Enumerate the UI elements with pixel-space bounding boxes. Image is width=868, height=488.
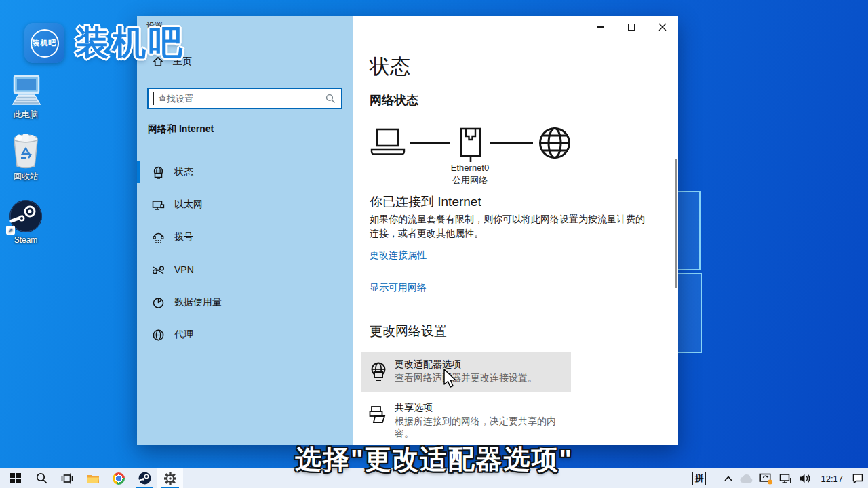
settings-item-desc: 根据所连接到的网络，决定要共享的内容。 (395, 415, 571, 440)
this-pc-icon (0, 72, 52, 107)
status-globe-icon (152, 166, 165, 179)
dialup-icon (152, 231, 165, 244)
sidebar-item-dialup[interactable]: 拨号 (137, 221, 353, 253)
data-usage-icon (152, 296, 165, 309)
network-type: 公用网络 (436, 174, 504, 186)
change-adapter-options-item[interactable]: 更改适配器选项 查看网络适配器并更改连接设置。 (361, 352, 571, 392)
sidebar-item-vpn[interactable]: VPN (137, 253, 353, 286)
proxy-icon (152, 329, 165, 342)
minimize-button[interactable] (585, 16, 616, 38)
link-change-connection-properties[interactable]: 更改连接属性 (370, 249, 427, 262)
maximize-button[interactable] (616, 16, 647, 38)
adapter-options-icon (369, 362, 388, 382)
maximize-icon (628, 24, 635, 30)
diagram-connector-line (410, 142, 450, 144)
video-subtitle: 选择"更改适配器选项" (0, 441, 868, 478)
wallpaper-logo-pane (676, 273, 702, 353)
settings-main-panel: 状态 网络状态 Ethernet0 公用网络 你已连接到 Internet 如果… (353, 16, 678, 445)
sharing-options-item[interactable]: 共享选项 根据所连接到的网络，决定要共享的内容。 (361, 395, 571, 436)
wallpaper-logo-pane (676, 191, 701, 270)
desktop-icon-steam[interactable]: ↗ Steam (0, 198, 52, 245)
brand-badge-icon: 装机吧 (24, 23, 64, 63)
sidebar-item-label: 拨号 (174, 231, 193, 243)
desktop-icon-label: 回收站 (0, 171, 52, 182)
brand-logo: 装机吧 装机吧 (24, 20, 185, 66)
page-title: 状态 (370, 53, 410, 81)
internet-globe-icon (538, 126, 572, 160)
connected-heading: 你已连接到 Internet (370, 193, 481, 211)
minimize-icon (597, 26, 604, 28)
sidebar-item-label: 以太网 (174, 199, 203, 211)
search-icon (326, 94, 336, 104)
settings-window: 设置 主页 网络和 Internet (137, 16, 678, 445)
network-name: Ethernet0 (436, 163, 504, 173)
steam-icon: ↗ (0, 198, 52, 233)
recycle-bin-icon (0, 134, 52, 169)
sidebar-item-data-usage[interactable]: 数据使用量 (137, 286, 353, 319)
sidebar-item-label: 代理 (174, 329, 193, 341)
sharing-options-icon (369, 405, 388, 426)
change-network-settings-title: 更改网络设置 (370, 323, 447, 340)
settings-item-title: 共享选项 (395, 402, 433, 414)
sidebar-item-label: 状态 (174, 166, 193, 178)
sidebar-item-label: 数据使用量 (174, 296, 222, 308)
mouse-cursor (442, 369, 457, 389)
sidebar-section-title: 网络和 Internet (148, 123, 214, 136)
sidebar-item-label: VPN (174, 264, 194, 275)
desktop-icon-recycle-bin[interactable]: 回收站 (0, 134, 52, 182)
desktop-icon-label: Steam (0, 235, 52, 245)
connected-body: 如果你的流量套餐有限制，则你可以将此网络设置为按流量计费的连接，或者更改其他属性… (370, 212, 653, 241)
ethernet-icon (152, 199, 165, 211)
link-show-available-networks[interactable]: 显示可用网络 (370, 282, 427, 294)
shortcut-arrow-icon: ↗ (6, 226, 15, 235)
desktop-icon-this-pc[interactable]: 此电脑 (0, 72, 52, 121)
window-controls (585, 16, 678, 38)
settings-sidebar: 设置 主页 网络和 Internet (137, 16, 353, 445)
sidebar-nav: 状态 以太网 拨号 (137, 156, 353, 351)
scrollbar-thumb[interactable] (675, 159, 677, 288)
close-button[interactable] (647, 16, 678, 38)
brand-badge-text: 装机吧 (31, 29, 59, 58)
laptop-icon (370, 127, 406, 157)
settings-item-desc: 查看网络适配器并更改连接设置。 (395, 372, 537, 384)
sidebar-item-status[interactable]: 状态 (137, 156, 353, 188)
desktop-icon-label: 此电脑 (0, 109, 52, 121)
close-icon (658, 23, 667, 31)
network-status-title: 网络状态 (370, 92, 418, 108)
search-input[interactable] (154, 94, 326, 104)
sidebar-item-ethernet[interactable]: 以太网 (137, 188, 353, 221)
diagram-connector-line (490, 142, 533, 144)
ethernet-connector-icon (456, 127, 485, 163)
search-box[interactable] (147, 88, 342, 109)
vpn-icon (152, 264, 165, 277)
brand-wordmark: 装机吧 (75, 20, 185, 66)
sidebar-item-proxy[interactable]: 代理 (137, 319, 353, 351)
